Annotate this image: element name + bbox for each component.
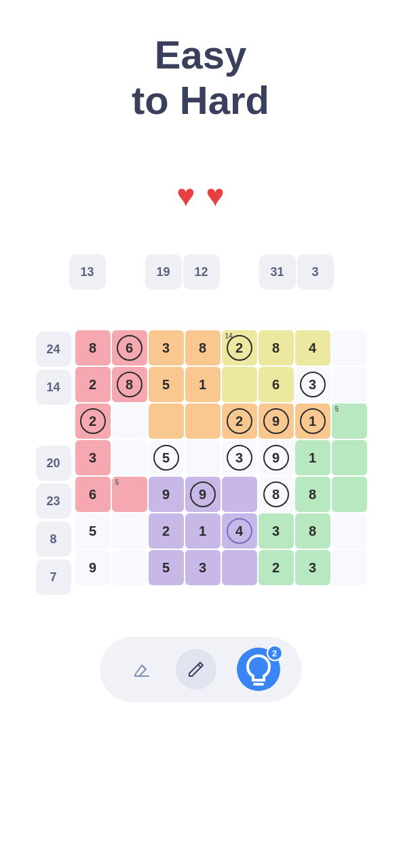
left-clue-3: 20	[36, 446, 71, 481]
cell-6-0[interactable]: 9	[75, 550, 111, 585]
cell-1-0[interactable]: 2	[75, 367, 111, 402]
cell-0-3[interactable]: 8	[185, 330, 221, 366]
cell-0-6[interactable]: 4	[295, 330, 330, 366]
cell-0-5[interactable]: 8	[259, 330, 294, 366]
cell-circle-4-3: 9	[190, 481, 216, 507]
cell-6-4[interactable]	[222, 550, 257, 585]
cell-1-7[interactable]	[332, 367, 367, 402]
top-clue-6: 3	[297, 254, 334, 290]
cell-6-2[interactable]: 5	[149, 550, 184, 585]
left-clue-0: 24	[36, 332, 71, 367]
cell-6-5[interactable]: 2	[259, 550, 294, 585]
left-clue-6: 7	[36, 559, 71, 595]
top-clue-1	[107, 254, 144, 290]
left-clue-4: 23	[36, 484, 71, 519]
top-clue-3: 12	[183, 254, 220, 290]
cell-0-1[interactable]: 6	[112, 330, 147, 366]
cell-circle-4-5: 8	[263, 481, 289, 507]
cell-circle-2-5: 9	[263, 408, 289, 434]
top-clues-row	[74, 292, 367, 330]
cell-0-0[interactable]: 8	[75, 330, 111, 366]
top-clue-7	[335, 254, 372, 290]
cell-5-2[interactable]: 2	[149, 513, 184, 549]
cell-circle-1-6: 3	[300, 372, 326, 397]
eraser-button[interactable]	[121, 649, 162, 690]
cell-1-6[interactable]: 3	[295, 367, 330, 402]
cell-1-3[interactable]: 1	[185, 367, 221, 402]
cell-2-5[interactable]: 9	[259, 403, 294, 439]
cell-circle-3-4: 3	[227, 445, 252, 471]
cell-2-2[interactable]	[149, 403, 184, 439]
cell-4-0[interactable]: 6	[75, 477, 111, 512]
cell-4-6[interactable]: 8	[295, 477, 330, 512]
cell-0-4[interactable]: 142	[222, 330, 257, 366]
cell-3-7[interactable]	[332, 440, 367, 475]
cell-3-4[interactable]: 3	[222, 440, 257, 475]
cell-2-0[interactable]: 2	[75, 403, 111, 439]
cell-0-7[interactable]	[332, 330, 367, 366]
cell-1-4[interactable]	[222, 367, 257, 402]
cell-circle-5-4: 4	[227, 518, 252, 544]
toolbar: 2	[100, 637, 302, 702]
cell-4-7[interactable]	[332, 477, 367, 512]
left-clues: 2414202387	[35, 330, 73, 596]
cell-3-3[interactable]	[185, 440, 221, 475]
hint-button[interactable]: 2	[237, 648, 280, 691]
cell-5-3[interactable]: 1	[185, 513, 221, 549]
cell-2-3[interactable]	[185, 403, 221, 439]
left-clue-1: 14	[36, 370, 71, 405]
cell-3-6[interactable]: 1	[295, 440, 330, 475]
heart-1: ♥	[176, 177, 195, 214]
cell-4-2[interactable]: 9	[149, 477, 184, 512]
left-clue-2	[36, 408, 71, 443]
cell-2-4[interactable]: 2	[222, 403, 257, 439]
cell-3-5[interactable]: 9	[259, 440, 294, 475]
cell-5-7[interactable]	[332, 513, 367, 549]
page-title: Easy to Hard	[132, 33, 269, 123]
pencil-button[interactable]	[176, 649, 216, 690]
cell-4-4[interactable]	[222, 477, 257, 512]
cell-2-7[interactable]: 5	[332, 403, 367, 439]
cell-6-3[interactable]: 3	[185, 550, 221, 585]
cell-6-6[interactable]: 3	[295, 550, 330, 585]
cell-circle-2-6: 1	[300, 408, 326, 434]
cell-6-7[interactable]	[332, 550, 367, 585]
cell-4-3[interactable]: 9	[185, 477, 221, 512]
cell-5-0[interactable]: 5	[75, 513, 111, 549]
cell-2-6[interactable]: 1	[295, 403, 330, 439]
cell-circle-1-1: 8	[117, 372, 142, 397]
cell-5-4[interactable]: 4	[222, 513, 257, 549]
top-clue-5: 31	[259, 254, 296, 290]
eraser-icon	[131, 658, 153, 680]
puzzle-grid[interactable]: 8638142842851632291535391659988521438953…	[75, 330, 367, 596]
cell-1-1[interactable]: 8	[112, 367, 147, 402]
cell-circle-3-5: 9	[263, 445, 289, 471]
left-clue-5: 8	[36, 521, 71, 557]
puzzle-area: 131912313 2414202387 8638142842851632291…	[29, 254, 373, 596]
cell-1-5[interactable]: 6	[259, 367, 294, 402]
top-clue-2: 19	[145, 254, 182, 290]
hint-count-badge: 2	[267, 645, 283, 661]
top-clue-0: 13	[69, 254, 106, 290]
cell-circle-2-0: 2	[80, 408, 106, 434]
cell-5-1[interactable]	[112, 513, 147, 549]
cell-circle-2-4: 2	[227, 408, 252, 434]
cell-4-1[interactable]: 5	[112, 477, 147, 512]
cell-circle-3-2: 5	[153, 445, 179, 471]
pencil-icon	[185, 658, 207, 680]
cell-5-6[interactable]: 8	[295, 513, 330, 549]
cell-4-5[interactable]: 8	[259, 477, 294, 512]
cell-3-2[interactable]: 5	[149, 440, 184, 475]
cell-5-5[interactable]: 3	[259, 513, 294, 549]
cell-3-1[interactable]	[112, 440, 147, 475]
cell-2-1[interactable]	[112, 403, 147, 439]
cell-6-1[interactable]	[112, 550, 147, 585]
heart-2: ♥	[206, 177, 225, 214]
top-clue-4	[221, 254, 258, 290]
lives-display: ♥ ♥	[176, 177, 225, 214]
cell-1-2[interactable]: 5	[149, 367, 184, 402]
cell-circle-0-1: 6	[117, 335, 142, 361]
cell-3-0[interactable]: 3	[75, 440, 111, 475]
top-clues-row: 131912313	[69, 254, 373, 290]
cell-0-2[interactable]: 3	[149, 330, 184, 366]
